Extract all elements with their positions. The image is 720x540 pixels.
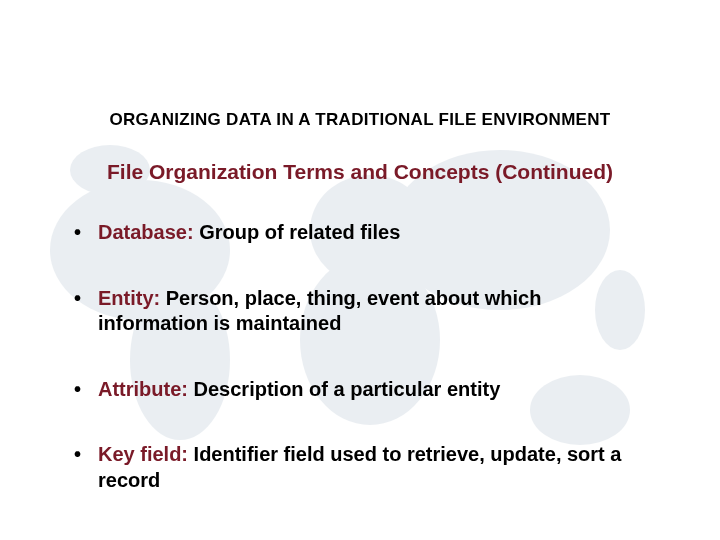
list-item: Database: Group of related files <box>70 220 650 246</box>
list-item: Entity: Person, place, thing, event abou… <box>70 286 650 337</box>
bullet-list: Database: Group of related files Entity:… <box>70 220 650 494</box>
term-definition: Group of related files <box>194 221 401 243</box>
term-label: Key field: <box>98 443 188 465</box>
term-label: Entity: <box>98 287 160 309</box>
term-definition: Person, place, thing, event about which … <box>98 287 541 335</box>
term-label: Attribute: <box>98 378 188 400</box>
section-title: ORGANIZING DATA IN A TRADITIONAL FILE EN… <box>60 110 660 130</box>
term-label: Database: <box>98 221 194 243</box>
list-item: Attribute: Description of a particular e… <box>70 377 650 403</box>
term-definition: Description of a particular entity <box>188 378 500 400</box>
list-item: Key field: Identifier field used to retr… <box>70 442 650 493</box>
slide-subtitle: File Organization Terms and Concepts (Co… <box>60 160 660 184</box>
slide-content: ORGANIZING DATA IN A TRADITIONAL FILE EN… <box>0 0 720 540</box>
